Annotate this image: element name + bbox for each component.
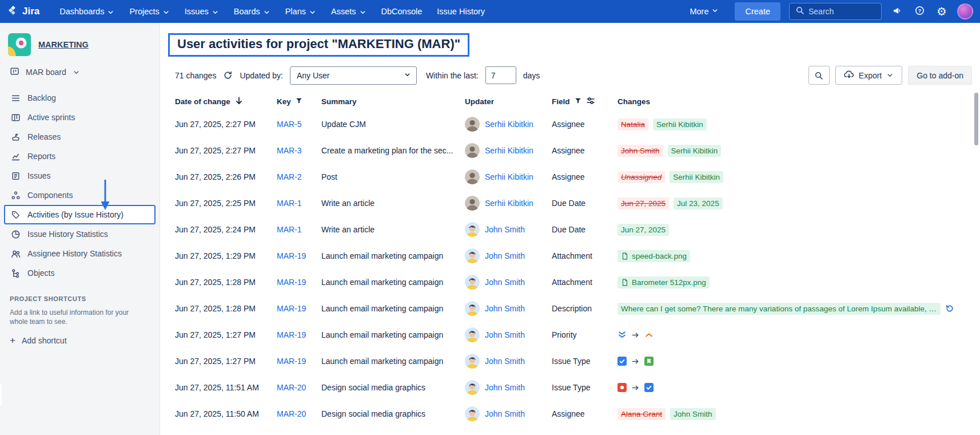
nav-item-label: Projects	[129, 7, 159, 16]
updater-link[interactable]: John Smith	[485, 251, 525, 260]
issue-key-link[interactable]: MAR-19	[277, 251, 306, 260]
issue-key-link[interactable]: MAR-19	[277, 278, 306, 287]
sidebar-item-issues[interactable]: Issues	[4, 166, 156, 185]
attachment-link[interactable]: Barometer 512px.png	[618, 276, 710, 288]
reports-icon	[11, 152, 21, 161]
issue-key-link[interactable]: MAR-1	[277, 225, 302, 234]
activities-icon	[11, 210, 21, 220]
project-name-link[interactable]: MARKETING	[38, 40, 89, 49]
scrollbar[interactable]	[974, 93, 978, 145]
go-to-addon-button[interactable]: Go to add-on	[908, 66, 972, 85]
row-field: Issue Type	[552, 357, 618, 366]
sidebar-item-reports[interactable]: Reports	[4, 147, 156, 166]
sidebar-item-releases[interactable]: Releases	[4, 127, 156, 147]
issue-key-link[interactable]: MAR-1	[277, 199, 302, 208]
issue-key-link[interactable]: MAR-3	[277, 146, 302, 155]
issue-key-link[interactable]: MAR-5	[277, 120, 302, 129]
table-row: Jun 27, 2025, 1:29 PMMAR-19Launch email …	[175, 243, 972, 269]
revert-icon[interactable]	[945, 304, 954, 313]
sidebar-item-assignee-history-statistics[interactable]: Assignee History Statistics	[4, 244, 156, 263]
feedback-icon[interactable]	[890, 6, 904, 18]
board-selector[interactable]: MAR board	[0, 62, 160, 81]
table-row: Jun 27, 2025, 2:25 PMMAR-1Write an artic…	[175, 190, 972, 216]
navbar-search[interactable]	[789, 3, 882, 20]
updater-link[interactable]: John Smith	[485, 225, 525, 234]
nav-item-issue-history[interactable]: Issue History	[429, 0, 492, 23]
board-name: MAR board	[26, 68, 66, 77]
issue-key-link[interactable]: MAR-20	[277, 383, 306, 392]
nav-item-plans[interactable]: Plans	[278, 0, 324, 23]
issue-key-link[interactable]: MAR-20	[277, 409, 306, 418]
row-date: Jun 27, 2025, 11:50 AM	[175, 409, 277, 418]
updater-link[interactable]: John Smith	[485, 409, 525, 418]
navbar-search-input[interactable]	[808, 7, 873, 16]
updater-link[interactable]: John Smith	[485, 304, 525, 313]
updater-link[interactable]: Serhii Kibitkin	[485, 172, 533, 181]
column-header-changes: Changes	[618, 97, 972, 106]
nav-item-assets[interactable]: Assets	[324, 0, 374, 23]
jira-brand-text: Jira	[22, 6, 39, 17]
days-input[interactable]	[485, 66, 516, 84]
row-field: Assignee	[552, 409, 618, 418]
column-header-summary[interactable]: Summary	[321, 97, 465, 106]
updater-link[interactable]: John Smith	[485, 383, 525, 392]
updater-avatar	[465, 301, 480, 316]
sidebar-item-issue-history-statistics[interactable]: Issue History Statistics	[4, 224, 156, 244]
column-header-date[interactable]: Date of change	[175, 96, 277, 107]
column-header-key[interactable]: Key	[277, 97, 321, 106]
jira-logo[interactable]: Jira	[8, 5, 39, 18]
arrow-right-icon	[631, 331, 640, 339]
export-button[interactable]: Export	[835, 66, 902, 85]
updater-link[interactable]: Serhii Kibitkin	[485, 120, 533, 129]
updater-link[interactable]: Serhii Kibitkin	[485, 146, 533, 155]
row-changes: UnassignedSerhii Kibitkin	[618, 171, 972, 183]
filter-icon[interactable]	[574, 97, 582, 106]
updater-link[interactable]: John Smith	[485, 357, 525, 366]
sidebar-item-label: Activities (by Issue History)	[27, 210, 124, 219]
filter-icon[interactable]	[295, 97, 303, 106]
attachment-link[interactable]: speed-back.png	[618, 250, 690, 262]
sort-desc-icon[interactable]	[234, 96, 244, 107]
nav-item-boards[interactable]: Boards	[226, 0, 278, 23]
sidebar-item-active-sprints[interactable]: Active sprints	[4, 108, 156, 127]
nav-item-more[interactable]: More	[682, 0, 726, 23]
table-body: Jun 27, 2025, 2:27 PMMAR-5Update CJMSerh…	[175, 111, 972, 427]
refresh-icon[interactable]	[223, 70, 233, 80]
sidebar-item-objects[interactable]: Objects	[4, 263, 156, 283]
sidebar-item-label: Active sprints	[27, 113, 75, 122]
sidebar-item-backlog[interactable]: Backlog	[4, 88, 156, 108]
create-button[interactable]: Create	[735, 2, 780, 21]
old-value: Unassigned	[618, 171, 665, 183]
issue-key-link[interactable]: MAR-2	[277, 172, 302, 181]
table-row: Jun 27, 2025, 2:27 PMMAR-3Create a marke…	[175, 137, 972, 164]
updated-by-select[interactable]: Any User	[290, 66, 417, 85]
updater-link[interactable]: John Smith	[485, 278, 525, 287]
table-search-button[interactable]	[808, 66, 830, 85]
chevron-down-icon	[404, 71, 411, 80]
arrow-right-icon	[631, 383, 640, 392]
user-avatar[interactable]	[957, 3, 973, 19]
issue-key-link[interactable]: MAR-19	[277, 304, 306, 313]
issue-key-link[interactable]: MAR-19	[277, 330, 306, 339]
sidebar-item-activities-by-issue-history[interactable]: Activities (by Issue History)	[4, 205, 156, 224]
add-shortcut-label: Add shortcut	[22, 336, 67, 345]
sidebar-item-components[interactable]: Components	[4, 185, 156, 205]
nav-item-label: More	[690, 7, 708, 16]
nav-item-dbconsole[interactable]: DbConsole	[374, 0, 430, 23]
updater-link[interactable]: Serhii Kibitkin	[485, 199, 533, 208]
column-header-field[interactable]: Field	[552, 96, 618, 107]
updater-link[interactable]: John Smith	[485, 330, 525, 339]
column-header-updater[interactable]: Updater	[465, 97, 552, 106]
nav-item-dashboards[interactable]: Dashboards	[52, 0, 122, 23]
add-shortcut-button[interactable]: + Add shortcut	[10, 335, 150, 345]
chevron-down-icon	[162, 9, 170, 16]
nav-item-issues[interactable]: Issues	[177, 0, 226, 23]
project-shortcuts-section: PROJECT SHORTCUTS Add a link to useful i…	[0, 295, 160, 345]
columns-settings-icon[interactable]	[586, 96, 595, 107]
help-icon[interactable]: ?	[913, 6, 926, 18]
settings-gear-icon[interactable]: ⚙	[935, 6, 949, 17]
components-icon	[11, 191, 21, 200]
nav-item-projects[interactable]: Projects	[122, 0, 177, 23]
issue-key-link[interactable]: MAR-19	[277, 357, 306, 366]
history-stats-icon	[11, 230, 21, 239]
